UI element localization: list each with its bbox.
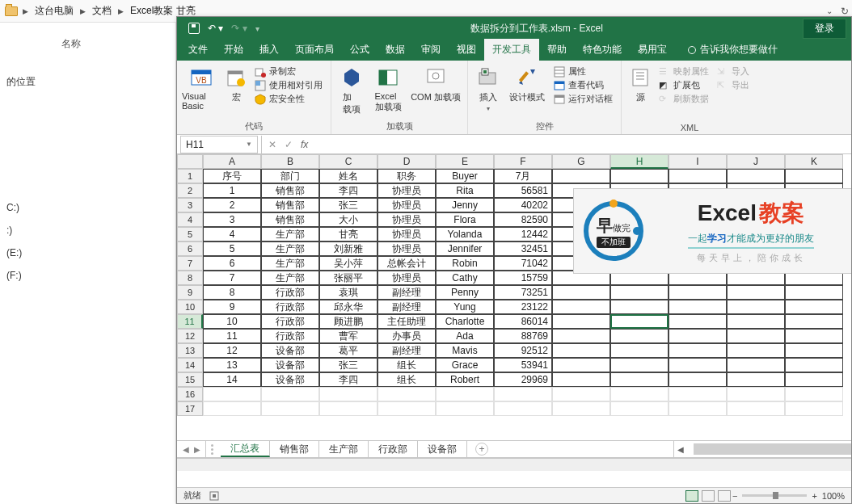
cell[interactable] — [669, 387, 727, 401]
cell[interactable]: 生产部 — [261, 256, 319, 271]
cell[interactable]: 23122 — [494, 300, 552, 314]
drive-f[interactable]: (F:) — [6, 270, 169, 281]
col-header-A[interactable]: A — [203, 154, 261, 169]
cell[interactable]: 4 — [203, 227, 261, 242]
col-header-H[interactable]: H — [610, 154, 669, 169]
cell[interactable]: Penny — [436, 285, 494, 300]
cell[interactable] — [436, 387, 494, 401]
sheet-tab-设备部[interactable]: 设备部 — [418, 441, 467, 457]
cell[interactable]: 序号 — [203, 169, 261, 183]
cell[interactable]: 设备部 — [261, 358, 319, 372]
cell[interactable] — [494, 387, 552, 401]
cell[interactable] — [610, 300, 669, 314]
cell[interactable]: 5 — [203, 242, 261, 256]
cell[interactable] — [552, 285, 610, 300]
cell[interactable]: 甘亮 — [319, 227, 377, 242]
col-header-E[interactable]: E — [436, 154, 494, 169]
cell[interactable] — [727, 343, 785, 358]
cell[interactable]: 40202 — [494, 198, 552, 212]
addins-button[interactable]: 加 载项 — [336, 64, 367, 117]
tab-开始[interactable]: 开始 — [216, 39, 251, 61]
cell[interactable]: 张丽平 — [319, 271, 377, 285]
cell[interactable] — [669, 300, 727, 314]
cell[interactable] — [610, 285, 669, 300]
cell[interactable]: Jennifer — [436, 242, 494, 256]
redo-icon[interactable]: ↷ ▾ — [231, 23, 247, 34]
cell[interactable]: Yolanda — [436, 227, 494, 242]
page-break-view-icon[interactable] — [718, 490, 731, 502]
cell[interactable] — [552, 314, 610, 329]
cell[interactable] — [377, 401, 436, 416]
cell[interactable]: 12 — [203, 343, 261, 358]
cell[interactable]: 73251 — [494, 285, 552, 300]
login-button[interactable]: 登录 — [803, 19, 846, 39]
sheet-tab-汇总表[interactable]: 汇总表 — [221, 441, 270, 457]
cell[interactable] — [552, 387, 610, 401]
cell[interactable]: 办事员 — [377, 329, 436, 343]
cell[interactable]: 销售部 — [261, 198, 319, 212]
cell[interactable]: 10 — [203, 314, 261, 329]
cell[interactable] — [727, 372, 785, 387]
cell[interactable]: 组长 — [377, 372, 436, 387]
cell[interactable] — [203, 401, 261, 416]
cell[interactable]: 设备部 — [261, 343, 319, 358]
cell[interactable]: 销售部 — [261, 212, 319, 227]
row-header[interactable]: 14 — [177, 358, 203, 372]
cell[interactable]: 71042 — [494, 256, 552, 271]
cell[interactable]: Robin — [436, 256, 494, 271]
cell[interactable] — [494, 401, 552, 416]
cell[interactable]: 生产部 — [261, 271, 319, 285]
drive-c[interactable]: C:) — [6, 202, 169, 213]
cell[interactable]: 姓名 — [319, 169, 377, 183]
design-mode-button[interactable]: 设计模式 — [505, 64, 549, 105]
cell[interactable]: 1 — [203, 183, 261, 198]
cell[interactable]: 2 — [203, 198, 261, 212]
cell[interactable] — [377, 387, 436, 401]
zoom-out-icon[interactable]: − — [732, 491, 737, 501]
row-header[interactable]: 17 — [177, 401, 203, 416]
name-box[interactable]: H11 ▼ — [180, 136, 258, 153]
cell[interactable]: Charlotte — [436, 314, 494, 329]
cell[interactable]: 行政部 — [261, 329, 319, 343]
properties-button[interactable]: 属性 — [554, 65, 613, 78]
cell[interactable] — [785, 169, 843, 183]
tab-特色功能[interactable]: 特色功能 — [575, 39, 630, 61]
cell[interactable]: 7 — [203, 271, 261, 285]
cell[interactable]: Buyer — [436, 169, 494, 183]
select-all-corner[interactable] — [177, 154, 203, 169]
cell[interactable] — [552, 300, 610, 314]
tab-易用宝[interactable]: 易用宝 — [630, 39, 675, 61]
cell[interactable] — [552, 329, 610, 343]
cell[interactable]: 李四 — [319, 372, 377, 387]
cell[interactable] — [727, 314, 785, 329]
cell[interactable] — [669, 358, 727, 372]
cell[interactable] — [669, 372, 727, 387]
cell[interactable]: 行政部 — [261, 285, 319, 300]
page-layout-view-icon[interactable] — [702, 490, 715, 502]
row-header[interactable]: 3 — [177, 198, 203, 212]
excel-addins-button[interactable]: Excel 加载项 — [369, 64, 407, 115]
cell[interactable] — [610, 169, 669, 183]
visual-basic-button[interactable]: VB Visual Basic — [182, 64, 221, 112]
row-header[interactable]: 12 — [177, 329, 203, 343]
tab-插入[interactable]: 插入 — [251, 39, 287, 61]
expansion-pack-button[interactable]: ◩扩展包 — [659, 79, 709, 91]
cell[interactable]: 曹军 — [319, 329, 377, 343]
fx-icon[interactable]: fx — [301, 139, 308, 150]
macro-security-button[interactable]: 宏安全性 — [255, 93, 323, 105]
cell[interactable]: Grace — [436, 358, 494, 372]
row-header[interactable]: 13 — [177, 343, 203, 358]
tab-开发工具[interactable]: 开发工具 — [484, 39, 539, 61]
cell[interactable]: 协理员 — [377, 198, 436, 212]
cell[interactable]: 主任助理 — [377, 314, 436, 329]
row-header[interactable]: 7 — [177, 256, 203, 271]
cell[interactable]: 刘新雅 — [319, 242, 377, 256]
chevron-down-icon[interactable]: ▼ — [246, 141, 252, 148]
cell[interactable] — [669, 343, 727, 358]
cell[interactable]: 32451 — [494, 242, 552, 256]
cell[interactable]: 56581 — [494, 183, 552, 198]
sheet-tab-销售部[interactable]: 销售部 — [270, 441, 319, 457]
cell[interactable]: Cathy — [436, 271, 494, 285]
cell[interactable] — [785, 372, 843, 387]
crumb-pc[interactable]: 这台电脑 — [33, 4, 75, 18]
